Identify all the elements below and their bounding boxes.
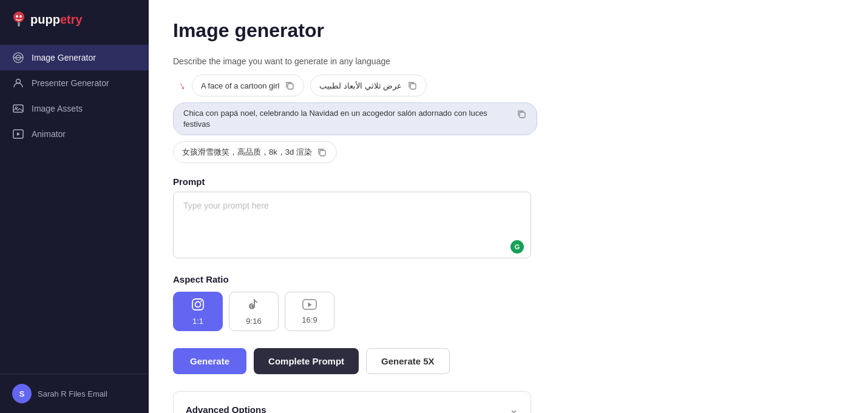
generate-button[interactable]: Generate: [173, 348, 246, 374]
sidebar-item-presenter-generator[interactable]: Presenter Generator: [0, 70, 149, 96]
sidebar-item-image-assets[interactable]: Image Assets: [0, 96, 149, 121]
sidebar-item-animator-label: Animator: [32, 129, 66, 139]
suggestion-long-chip[interactable]: Chica con papá noel, celebrando la Navid…: [173, 102, 537, 135]
svg-rect-13: [520, 112, 525, 118]
copy-chip-2-icon[interactable]: [407, 80, 418, 91]
sidebar: puppetry Image Generator Presenter Gener…: [0, 0, 149, 413]
suggestion-long-text: Chica con papá noel, celebrando la Navid…: [183, 108, 509, 130]
sidebar-item-image-generator-label: Image Generator: [32, 53, 96, 62]
chip-2-text: عرض ثلاثي الأبعاد لطبيب: [319, 81, 402, 90]
action-buttons: Generate Complete Prompt Generate 5X: [173, 348, 844, 374]
suggestion-long-row: Chica con papá noel, celebrando la Navid…: [173, 102, 844, 135]
svg-rect-14: [320, 150, 325, 156]
prompt-wrapper: G: [173, 192, 531, 261]
aspect-option-16-9[interactable]: 16:9: [285, 292, 334, 331]
chevron-down-icon: ⌄: [509, 403, 518, 413]
description-label: Describe the image you want to generate …: [173, 56, 844, 66]
aspect-ratio-label: Aspect Ratio: [173, 274, 844, 284]
suggestion-chinese-text: 女孩滑雪微笑，高品质，8k，3d 渲染: [182, 147, 312, 158]
page-title: Image generator: [173, 19, 844, 42]
chip-1-text: A face of a cartoon girl: [201, 81, 279, 90]
youtube-icon: [302, 299, 317, 313]
aspect-option-16-9-label: 16:9: [302, 315, 317, 324]
complete-prompt-button[interactable]: Complete Prompt: [254, 348, 359, 374]
aspect-option-1-1[interactable]: 1:1: [173, 292, 223, 331]
prompt-textarea[interactable]: [173, 192, 531, 258]
sidebar-item-animator[interactable]: Animator: [0, 121, 149, 147]
aspect-options: 1:1 9:16 16:9: [173, 292, 844, 331]
advanced-options-label: Advanced Options: [186, 405, 266, 413]
svg-point-17: [200, 300, 202, 301]
avatar: S: [12, 384, 32, 403]
sidebar-nav: Image Generator Presenter Generator Imag…: [0, 40, 149, 374]
sidebar-item-presenter-generator-label: Presenter Generator: [32, 78, 109, 88]
prompt-label: Prompt: [173, 176, 844, 187]
instagram-icon: [191, 298, 205, 314]
svg-rect-8: [13, 105, 23, 112]
logo-text: puppetry: [30, 13, 83, 27]
suggestions-row-1: ↓ A face of a cartoon girl عرض ثلاثي الأ…: [173, 75, 844, 96]
sidebar-item-image-generator[interactable]: Image Generator: [0, 45, 149, 70]
svg-point-16: [195, 301, 201, 307]
svg-rect-3: [18, 22, 20, 27]
copy-chip-1-icon[interactable]: [284, 80, 295, 91]
suggestion-chinese-chip[interactable]: 女孩滑雪微笑，高品质，8k，3d 渲染: [173, 141, 337, 163]
svg-point-2: [19, 15, 22, 18]
svg-rect-11: [288, 84, 293, 89]
suggestion-chinese-row: 女孩滑雪微笑，高品质，8k，3d 渲染: [173, 141, 844, 163]
image-generator-icon: [12, 52, 24, 64]
logo: puppetry: [0, 0, 149, 40]
svg-point-1: [16, 15, 18, 18]
svg-rect-12: [410, 84, 416, 89]
suggestion-chip-2[interactable]: عرض ثلاثي الأبعاد لطبيب: [310, 75, 427, 96]
copy-chinese-chip-icon[interactable]: [317, 147, 328, 158]
svg-point-0: [13, 12, 24, 22]
presenter-generator-icon: [12, 77, 24, 89]
suggestions-group: ↓ A face of a cartoon girl عرض ثلاثي الأ…: [179, 75, 427, 96]
aspect-ratio-section: Aspect Ratio 1:1: [173, 274, 844, 331]
aspect-option-1-1-label: 1:1: [192, 317, 203, 326]
red-arrow-indicator: ↓: [176, 79, 187, 93]
tiktok-icon: [247, 298, 260, 314]
logo-icon: [12, 11, 25, 28]
suggestion-chip-1[interactable]: A face of a cartoon girl: [192, 75, 304, 96]
generate-5x-button[interactable]: Generate 5X: [366, 348, 450, 374]
aspect-option-9-16-label: 9:16: [246, 317, 261, 326]
copy-long-chip-icon[interactable]: [516, 109, 527, 119]
advanced-options-section[interactable]: Advanced Options ⌄: [173, 391, 531, 413]
animator-icon: [12, 128, 24, 140]
user-name: Sarah R Files Email: [38, 389, 107, 398]
prompt-section: Prompt G: [173, 176, 844, 261]
sidebar-footer: S Sarah R Files Email: [0, 374, 149, 413]
aspect-option-9-16[interactable]: 9:16: [229, 292, 279, 331]
sidebar-item-image-assets-label: Image Assets: [32, 104, 83, 113]
image-assets-icon: [12, 102, 24, 115]
main-content: Image generator Describe the image you w…: [149, 0, 868, 413]
